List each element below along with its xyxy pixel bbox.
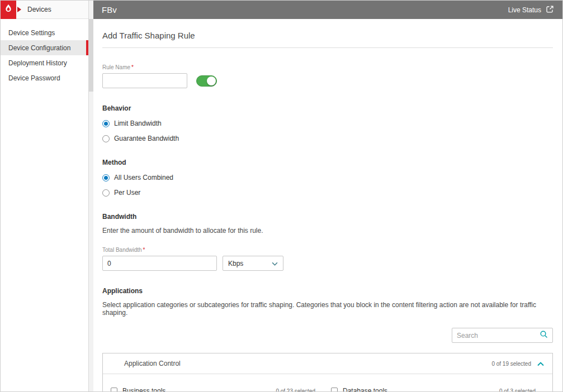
page-content: Add Traffic Shaping Rule Rule Name* bbox=[93, 19, 562, 391]
title-divider bbox=[102, 47, 553, 48]
radio-label: Guarantee Bandwidth bbox=[114, 135, 179, 142]
required-asterisk: * bbox=[143, 247, 145, 253]
bandwidth-section: Bandwidth Enter the amount of bandwidth … bbox=[102, 213, 553, 271]
category-label: Business tools bbox=[122, 387, 276, 391]
radio-guarantee-bandwidth[interactable]: Guarantee Bandwidth bbox=[102, 135, 553, 142]
rule-name-field: Rule Name* bbox=[102, 64, 553, 88]
method-section: Method All Users Combined Per User bbox=[102, 159, 553, 197]
panel-selected-summary: 0 of 19 selected bbox=[491, 361, 531, 367]
checkbox[interactable] bbox=[111, 388, 117, 391]
sidebar-item-device-configuration[interactable]: Device Configuration bbox=[1, 40, 88, 55]
applications-section: Applications Select application categori… bbox=[102, 287, 553, 391]
radio-limit-bandwidth[interactable]: Limit Bandwidth bbox=[102, 119, 553, 127]
behavior-heading: Behavior bbox=[102, 104, 553, 112]
total-bandwidth-label: Total Bandwidth* bbox=[102, 247, 553, 253]
application-search bbox=[452, 328, 553, 343]
radio-label: Per User bbox=[114, 189, 140, 197]
category-label: Database tools bbox=[343, 387, 499, 391]
bandwidth-unit-value: Kbps bbox=[228, 260, 243, 267]
sidebar-item-label: Device Password bbox=[8, 74, 60, 82]
sidebar-brand-label: Devices bbox=[27, 6, 51, 13]
radio-all-users-combined[interactable]: All Users Combined bbox=[102, 174, 553, 181]
sidebar: Devices Device Settings Device Configura… bbox=[1, 1, 89, 391]
required-asterisk: * bbox=[131, 64, 134, 70]
sidebar-header: Devices bbox=[1, 1, 88, 19]
sidebar-nav: Device Settings Device Configuration Dep… bbox=[1, 19, 88, 85]
vertical-scrollbar[interactable] bbox=[89, 1, 93, 391]
chevron-down-icon bbox=[272, 260, 278, 267]
category-summary: 0 of 23 selected bbox=[276, 388, 315, 392]
panel-title: Application Control bbox=[124, 360, 491, 367]
method-heading: Method bbox=[102, 159, 553, 166]
radio-icon[interactable] bbox=[102, 174, 110, 181]
main-area: FBv Live Status Add Traffic Shaping Rule bbox=[93, 1, 562, 391]
traffic-shaping-form: Rule Name* Behavior Limit Bandwidth bbox=[102, 64, 553, 391]
radio-icon[interactable] bbox=[102, 120, 110, 127]
application-control-body: Business tools 0 of 23 selected Database… bbox=[103, 374, 552, 391]
radio-icon[interactable] bbox=[102, 135, 110, 142]
rule-name-input[interactable] bbox=[102, 73, 187, 88]
live-status-label: Live Status bbox=[508, 6, 541, 14]
sidebar-item-label: Device Settings bbox=[8, 29, 55, 37]
bandwidth-description: Enter the amount of bandwidth to allocat… bbox=[102, 227, 553, 235]
checkbox[interactable] bbox=[331, 388, 338, 391]
total-bandwidth-field: Total Bandwidth* Kbps bbox=[102, 247, 553, 271]
page-title: Add Traffic Shaping Rule bbox=[102, 31, 553, 40]
sidebar-item-device-settings[interactable]: Device Settings bbox=[1, 25, 88, 40]
chevron-up-icon[interactable] bbox=[537, 358, 544, 369]
live-status-button[interactable]: Live Status bbox=[508, 5, 554, 15]
top-header: FBv Live Status bbox=[93, 1, 562, 19]
toggle-knob bbox=[207, 77, 216, 85]
app-category-database-tools: Database tools 0 of 3 selected bbox=[331, 381, 536, 391]
scrollbar-thumb[interactable] bbox=[89, 19, 93, 92]
device-name-title: FBv bbox=[102, 5, 508, 15]
rule-name-label: Rule Name* bbox=[102, 64, 553, 70]
rule-enabled-toggle[interactable] bbox=[196, 75, 217, 87]
external-link-icon bbox=[546, 5, 554, 15]
flame-icon bbox=[4, 3, 13, 16]
app-category-business-tools: Business tools 0 of 23 selected bbox=[111, 381, 315, 391]
applications-description: Select application categories or subcate… bbox=[102, 301, 553, 317]
app-window: Devices Device Settings Device Configura… bbox=[0, 0, 563, 392]
total-bandwidth-input[interactable] bbox=[102, 256, 217, 271]
bandwidth-heading: Bandwidth bbox=[102, 213, 553, 221]
behavior-section: Behavior Limit Bandwidth Guarantee Bandw… bbox=[102, 104, 553, 142]
chevron-right-icon bbox=[17, 7, 21, 12]
radio-label: Limit Bandwidth bbox=[114, 119, 162, 127]
sidebar-item-deployment-history[interactable]: Deployment History bbox=[1, 55, 88, 70]
radio-per-user[interactable]: Per User bbox=[102, 189, 553, 197]
search-icon[interactable] bbox=[540, 330, 548, 341]
radio-label: All Users Combined bbox=[114, 174, 173, 181]
bandwidth-unit-select[interactable]: Kbps bbox=[223, 256, 283, 271]
application-control-header[interactable]: Application Control 0 of 19 selected bbox=[103, 353, 552, 374]
application-control-panel: Application Control 0 of 19 selected Bus… bbox=[102, 353, 553, 391]
radio-icon[interactable] bbox=[102, 189, 110, 197]
applications-heading: Applications bbox=[102, 287, 553, 295]
sidebar-item-device-password[interactable]: Device Password bbox=[1, 70, 88, 85]
sidebar-item-label: Deployment History bbox=[8, 59, 67, 67]
search-input[interactable] bbox=[457, 332, 540, 340]
watchguard-logo[interactable] bbox=[1, 1, 16, 19]
sidebar-item-label: Device Configuration bbox=[8, 44, 70, 52]
category-summary: 0 of 3 selected bbox=[499, 388, 536, 392]
